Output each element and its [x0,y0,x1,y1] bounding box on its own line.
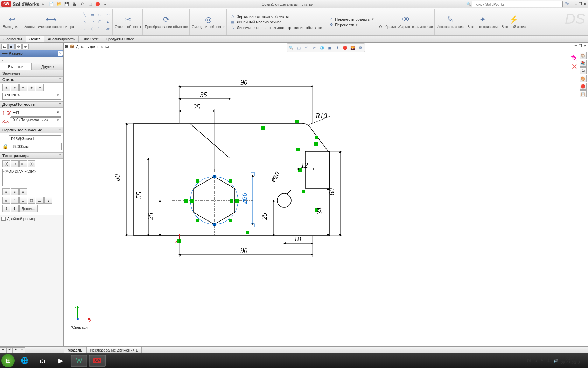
dim-text-area[interactable]: <MOD-DIAM><DIM> [2,169,61,186]
txt-btn-4[interactable]: (x) [28,160,35,167]
confirm-corner-cancel[interactable]: ✕ [571,62,578,71]
dual-dimension-checkbox[interactable]: Двойной размер [0,215,63,222]
tab-dimxpert[interactable]: DimXpert [79,36,102,42]
help-icon[interactable]: ?▾ [565,2,569,6]
style-btn-1[interactable]: ✶ [2,84,10,91]
fillet-icon[interactable]: ⌒ [97,26,103,32]
convert-button[interactable]: ⟳Преобразование объектов [144,9,190,35]
justify-right[interactable]: ≡ [19,188,27,195]
minimize-button[interactable]: ━ [575,2,577,6]
primary-value-header[interactable]: Первичное значение⌃ [0,127,63,133]
search-input[interactable] [472,1,563,7]
text-icon[interactable]: A [105,19,111,25]
sym-pm[interactable]: ± [19,197,27,204]
options-icon[interactable]: ≡ [102,1,109,7]
tab-office[interactable]: Продукты Office [102,36,138,42]
scroll-next[interactable]: ▶ [13,347,19,353]
graphics-area[interactable]: ━ ❐ ✕ ⊞ 📦 Деталь для статьи 🔍 ⬚ ↶ ✂ 🧊 ▣ … [64,43,588,351]
slot-icon[interactable]: ⬭ [97,12,103,18]
plane-icon[interactable]: ▱ [105,26,111,32]
line-icon[interactable]: ╲ [82,12,88,18]
move-entities-button[interactable]: ↗Перенести объекты▾ [329,17,374,22]
tab-analyze[interactable]: Анализировать [44,36,79,42]
mirror-button[interactable]: △Зеркально отразить объекты [230,14,322,19]
arc-icon[interactable]: ◠ [89,19,96,25]
confirm-corner-ok[interactable]: ✎ [570,53,578,63]
doc-close[interactable]: ✕ [583,43,587,48]
maximize-button[interactable]: ❐ [579,2,582,6]
subtab-other[interactable]: Другие [32,63,64,70]
style-btn-5[interactable]: ✶ [36,84,44,91]
tray-arrow[interactable]: ▴ [536,359,538,363]
lock-icon[interactable]: 🔒 [2,144,8,149]
doc-restore[interactable]: ❐ [579,43,582,48]
tab-elements[interactable]: Элементы [0,36,26,42]
linear-pattern-button[interactable]: ▦Линейный массив эскиза [230,20,322,25]
tolerance-header[interactable]: Допуск/Точность⌃ [0,101,63,108]
taskbar-explorer[interactable]: 🗂 [34,355,51,367]
point-icon[interactable]: · [82,26,88,32]
config-tab[interactable]: ⚙ [15,44,22,49]
more-symbols-button[interactable]: Допол… [19,205,38,212]
view-palette-icon[interactable]: 🎨 [580,75,587,82]
tray-network-icon[interactable]: 🖧 [547,359,551,363]
sym-cbore[interactable]: ⌴ [36,197,44,204]
new-icon[interactable]: 📄 [48,1,55,7]
close-button[interactable]: ✕ [583,2,587,6]
tab-motion-study[interactable]: Исследование движения 1 [86,347,142,353]
spline-icon[interactable]: 〰 [105,12,111,18]
show-relations-button[interactable]: 👁Отобразить/Скрыть взаимосвязи [378,9,434,35]
expand-icon[interactable]: ⊞ [65,44,68,49]
style-btn-2[interactable]: ✶ [11,84,19,91]
justify-left[interactable]: ≡ [2,188,10,195]
tab-sketch[interactable]: Эскиз [26,36,44,42]
taskbar-ie[interactable]: 🌐 [16,355,33,367]
dimension-name-input[interactable] [9,135,61,142]
precision-dropdown[interactable]: .XX (По умолчанию) [10,117,61,124]
txt-btn-3[interactable]: x+ [19,160,27,167]
txt-btn-2[interactable]: +x [11,160,19,167]
rapid-sketch-button[interactable]: ⚡Быстрый эскиз [500,9,527,35]
quick-snaps-button[interactable]: ✦Быстрые привязки [466,9,499,35]
txt-btn-1[interactable]: (x) [2,160,10,167]
sym-diameter[interactable]: ⌀ [2,197,10,204]
tray-flag-icon[interactable]: ⚑ [540,359,544,363]
tab-model[interactable]: Модель [64,347,86,353]
justify-center[interactable]: ≡ [11,188,19,195]
repair-sketch-button[interactable]: ✎Исправить эскиз [435,9,465,35]
rebuild-icon[interactable]: 🔴 [94,1,101,7]
appearances-icon[interactable]: 🔴 [580,83,587,90]
doc-minimize[interactable]: ━ [575,43,577,48]
dimension-value-input[interactable] [10,143,62,150]
style-dropdown[interactable]: <NONE> [2,93,61,100]
dynamic-mirror-button[interactable]: ⇋Динамическое зеркальное отражение объек… [230,25,322,30]
open-icon[interactable]: 📂 [56,1,63,7]
style-btn-4[interactable]: ✶ [28,84,35,91]
feature-tree-tab[interactable]: 🗀 [1,44,8,49]
scroll-last[interactable]: ⏭ [19,347,25,353]
scroll-first[interactable]: ⏮ [0,347,6,353]
menu-arrow-icon[interactable]: ▸ [42,2,44,6]
taskbar-word[interactable]: W [71,355,88,367]
scroll-prev[interactable]: ◀ [6,347,13,353]
view-triad[interactable]: XY [74,305,92,323]
select-icon[interactable]: ⬚ [86,1,93,7]
show-desktop[interactable] [583,355,587,367]
sym-centerline[interactable]: ℄ [11,205,19,212]
sym-csink[interactable]: ∨ [44,197,52,204]
ellipse-icon[interactable]: ⬯ [89,26,96,32]
flyout-tree[interactable]: ⊞ 📦 Деталь для статьи [65,44,109,49]
subtab-leaders[interactable]: Выноски [0,63,32,70]
dimxpert-tab[interactable]: ⊕ [22,44,29,49]
sym-degree[interactable]: ° [11,197,19,204]
taskbar-solidworks[interactable]: SW [89,355,106,367]
sym-depth[interactable]: ↧ [2,205,10,212]
polygon-icon[interactable]: ⬡ [97,19,103,25]
file-explorer-icon[interactable]: 🗂 [580,67,587,74]
trim-button[interactable]: ✂Отсечь объекты [113,9,143,35]
style-btn-3[interactable]: ✶ [19,84,27,91]
property-manager-tab[interactable]: ◧ [8,44,15,49]
design-library-icon[interactable]: 📚 [580,60,587,67]
input-language[interactable]: RU [527,359,533,363]
tolerance-type-dropdown[interactable]: Нет [11,110,61,117]
